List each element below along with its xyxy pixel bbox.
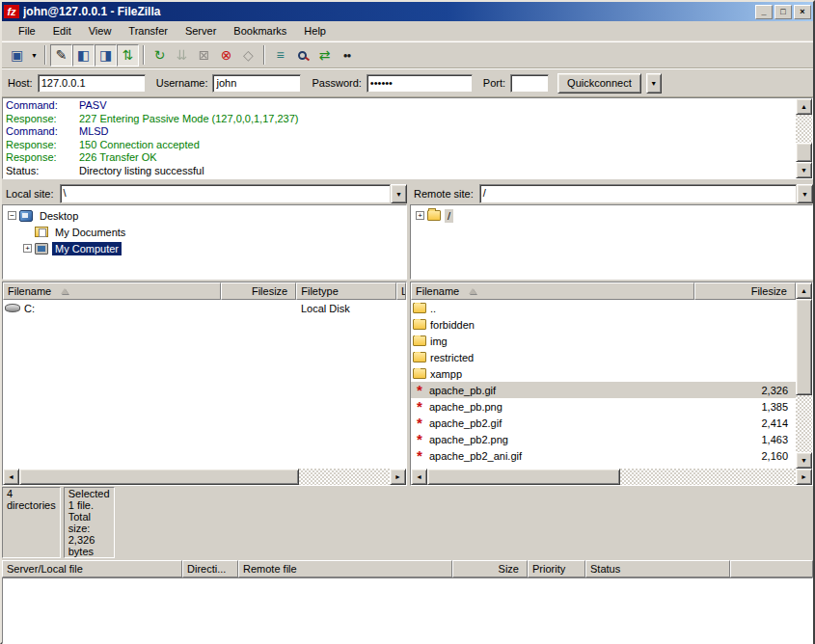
toggle-remote-tree-icon[interactable]: ◨ (95, 44, 117, 67)
site-manager-dropdown-icon[interactable]: ▼ (28, 44, 41, 67)
menu-bookmarks[interactable]: Bookmarks (225, 23, 295, 39)
tree-item-label[interactable]: / (445, 209, 453, 223)
collapse-icon[interactable]: − (8, 211, 16, 220)
filter-icon[interactable]: ≡ (269, 44, 291, 67)
tree-item-root[interactable]: + / (413, 207, 812, 224)
file-row[interactable]: forbidden (411, 316, 796, 333)
file-row[interactable]: restricted (411, 349, 796, 365)
synchronized-browsing-icon[interactable]: ⇄ (313, 44, 336, 67)
tree-item-label[interactable]: My Computer (52, 242, 122, 255)
log-vertical-scrollbar[interactable]: ▲ ▼ (796, 98, 812, 178)
remote-site-combobox[interactable]: / ▼ (479, 184, 813, 203)
column-server-local-file[interactable]: Server/Local file (2, 560, 182, 577)
log-line: Status:Directory listing successful (6, 165, 796, 178)
cancel-operation-icon[interactable]: ⊠ (193, 44, 215, 67)
local-horizontal-scrollbar[interactable]: ◄ ► (3, 469, 406, 485)
tree-item-desktop[interactable]: − Desktop (5, 207, 406, 224)
remote-horizontal-scrollbar[interactable]: ◄ ► (411, 469, 812, 485)
quickconnect-dropdown-icon[interactable]: ▼ (646, 73, 662, 94)
close-button[interactable]: × (794, 5, 811, 19)
minimize-button[interactable]: _ (755, 5, 773, 19)
remote-file-list: Filename Filesize .. forbidden img restr… (410, 282, 813, 486)
username-label: Username: (156, 77, 208, 89)
file-row[interactable]: .. (411, 300, 796, 316)
menu-transfer[interactable]: Transfer (120, 23, 177, 39)
file-row-c-drive[interactable]: C: Local Disk (3, 300, 406, 316)
local-site-combobox[interactable]: \ ▼ (60, 184, 407, 203)
disconnect-icon[interactable]: ⊗ (215, 44, 237, 67)
abort-icon[interactable]: ◇ (237, 44, 259, 67)
column-status[interactable]: Status (585, 560, 730, 577)
port-input[interactable] (510, 74, 549, 93)
remote-site-value[interactable]: / (479, 184, 797, 203)
tree-item-my-computer[interactable]: + My Computer (5, 240, 406, 256)
menu-server[interactable]: Server (177, 23, 225, 39)
host-label: Host: (8, 77, 33, 89)
expand-icon[interactable]: + (416, 211, 424, 220)
file-row[interactable]: *apache_pb2_ani.gif2,160 (411, 447, 796, 464)
menu-help[interactable]: Help (295, 23, 335, 39)
scroll-down-icon[interactable]: ▼ (796, 452, 812, 469)
filezilla-window: fz john@127.0.0.1 - FileZilla _ □ × File… (0, 0, 815, 644)
column-filename[interactable]: Filename (3, 282, 221, 300)
toggle-local-tree-icon[interactable]: ◧ (72, 44, 95, 67)
scroll-right-icon[interactable]: ► (796, 469, 812, 485)
magnifier-glyph (298, 51, 307, 60)
column-filesize[interactable]: Filesize (221, 282, 296, 300)
scroll-up-icon[interactable]: ▲ (796, 282, 812, 299)
column-remote-file[interactable]: Remote file (238, 560, 452, 577)
column-direction[interactable]: Directi... (182, 560, 238, 577)
host-input[interactable] (38, 74, 146, 93)
scroll-left-icon[interactable]: ◄ (3, 469, 19, 485)
scroll-right-icon[interactable]: ► (390, 469, 406, 485)
directory-comparison-icon[interactable] (291, 44, 313, 67)
scrollbar-track[interactable] (620, 469, 796, 485)
refresh-icon[interactable]: ↻ (149, 44, 171, 67)
remote-vertical-scrollbar[interactable]: ▲ ▼ (796, 282, 812, 469)
scrollbar-track[interactable] (796, 115, 812, 143)
chevron-down-icon[interactable]: ▼ (391, 184, 407, 203)
tree-item-my-documents[interactable]: My Documents (5, 224, 406, 240)
scrollbar-track[interactable] (299, 469, 390, 485)
toggle-message-log-icon[interactable]: ✎ (50, 44, 72, 67)
file-row[interactable]: *apache_pb2.gif2,414 (411, 415, 796, 431)
scrollbar-thumb[interactable] (19, 469, 299, 485)
menu-file[interactable]: File (10, 23, 44, 39)
find-files-icon[interactable]: ●● (336, 44, 358, 67)
scrollbar-track[interactable] (796, 395, 812, 452)
scrollbar-thumb[interactable] (796, 143, 812, 162)
quickconnect-button[interactable]: Quickconnect (557, 73, 641, 94)
file-row[interactable]: img (411, 333, 796, 349)
log-line: Response:150 Connection accepted (6, 139, 796, 152)
column-filesize[interactable]: Filesize (694, 282, 796, 300)
file-row[interactable]: *apache_pb2.png1,463 (411, 431, 796, 447)
menu-view[interactable]: View (80, 23, 121, 39)
scrollbar-thumb[interactable] (427, 469, 620, 485)
column-filename[interactable]: Filename (411, 282, 694, 300)
toggle-queue-icon[interactable]: ⇅ (117, 44, 139, 67)
maximize-button[interactable]: □ (774, 5, 792, 19)
column-size[interactable]: Size (452, 560, 528, 577)
scroll-up-icon[interactable]: ▲ (796, 98, 812, 115)
file-row-selected[interactable]: *apache_pb.gif2,326 (411, 382, 796, 398)
site-manager-icon[interactable]: ▣ (6, 44, 28, 67)
chevron-down-icon[interactable]: ▼ (797, 184, 813, 203)
scrollbar-thumb[interactable] (796, 299, 812, 395)
file-row[interactable]: *apache_pb.png1,385 (411, 398, 796, 415)
my-documents-icon (35, 227, 48, 237)
password-input[interactable] (367, 74, 473, 93)
column-last-modified[interactable]: L (396, 282, 406, 300)
tree-item-label[interactable]: Desktop (37, 209, 81, 223)
process-queue-icon[interactable]: ⇊ (171, 44, 193, 67)
column-filetype[interactable]: Filetype (296, 282, 396, 300)
scroll-left-icon[interactable]: ◄ (411, 469, 427, 485)
expand-icon[interactable]: + (23, 244, 32, 253)
scroll-down-icon[interactable]: ▼ (796, 162, 812, 178)
queue-header: Server/Local file Directi... Remote file… (2, 560, 813, 577)
column-priority[interactable]: Priority (528, 560, 585, 577)
username-input[interactable] (212, 74, 301, 93)
tree-item-label[interactable]: My Documents (52, 226, 128, 239)
local-site-value[interactable]: \ (60, 184, 391, 203)
file-row[interactable]: xampp (411, 365, 796, 382)
menu-edit[interactable]: Edit (44, 23, 80, 39)
